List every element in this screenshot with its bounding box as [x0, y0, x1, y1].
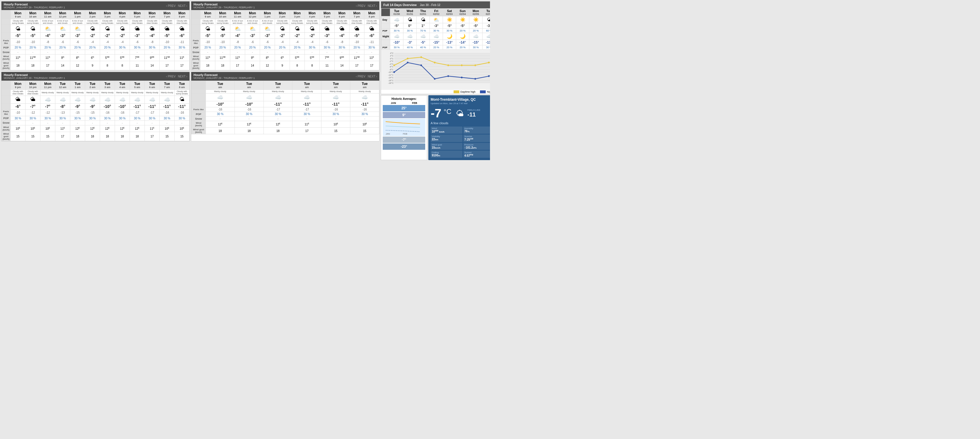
day-name: Tue	[101, 82, 114, 86]
col-day-2: Mon11 am	[230, 10, 245, 19]
wind-cell-2: 10E	[40, 125, 55, 132]
feels-cell-9: -8	[335, 39, 350, 45]
icon-cell-9: ☁️	[145, 96, 160, 103]
next-button-br[interactable]: NEXT ›	[368, 75, 377, 78]
ov-day-temp-0: -5°	[390, 23, 403, 29]
icon-cell-11: 🌥	[175, 25, 189, 33]
condition-cell-10: Cloudy with clear breaks	[160, 19, 175, 25]
condition-cell-9: Cloudy with clear breaks	[335, 19, 350, 25]
snow-cell-10: -	[160, 50, 175, 54]
prev-button-bl[interactable]: ‹ PREV	[166, 75, 175, 78]
prev-button-tr[interactable]: ‹ PREV	[356, 4, 365, 8]
bottom-right-area: Historic Averages: JAN FEB 25° 9° JAN FE…	[381, 95, 490, 160]
ov-night-icon-3: ☁️	[430, 33, 443, 40]
feels-cell-3: -6	[55, 39, 70, 45]
gust-cell-0: 15	[11, 132, 25, 141]
hour-label: am	[351, 86, 379, 89]
hour-label: 3 pm	[290, 15, 304, 18]
day-name: Mon	[275, 11, 289, 15]
feels-cell-8: -17	[130, 109, 145, 116]
temp-cell-1: -5°	[25, 33, 40, 39]
prev-button-br[interactable]: ‹ PREV	[356, 75, 365, 78]
condition-cell-8: Mainly cloudy	[130, 90, 145, 96]
cw-temp-row: -7 °C 🌤 FEELS LIKE -11	[431, 107, 490, 120]
gust-cell-7: 18	[115, 132, 130, 141]
ov-day-pop-3: 30 %	[430, 29, 443, 33]
ov-day-pop-2: 70 %	[417, 29, 430, 33]
svg-point-25	[393, 65, 395, 66]
day-name: Mon	[26, 11, 40, 15]
svg-text:FEB: FEB	[403, 132, 407, 135]
gust-cell-2: 18	[264, 128, 293, 134]
snow-cell-2: -	[40, 121, 55, 125]
day-name: Mon	[160, 11, 174, 15]
icon-cell-0: 🌤	[200, 25, 215, 33]
gust-cell-0: 18	[206, 128, 235, 134]
pop-cell-5: 20 %	[85, 45, 100, 50]
condition-cell-3: A mix of sun and clouds	[245, 19, 260, 25]
hour-label: 9 am	[11, 15, 25, 18]
wind-cell-8: 7NE	[320, 54, 335, 61]
col-day-5: Mon2 pm	[85, 10, 100, 19]
pop-cell-3: 20 %	[55, 45, 70, 50]
snow-cell-0: -	[206, 117, 235, 121]
ov-night-icon-7: ☁️	[482, 33, 490, 40]
cw-details: Wind 10NW km/h Humidity 76% Visibility	[431, 126, 490, 158]
ov-night-temp-4: -13°	[443, 40, 456, 45]
svg-point-26	[407, 57, 409, 59]
day-name: Tue	[56, 82, 69, 86]
hour-label: am	[207, 86, 234, 89]
condition-cell-4: A mix of sun and clouds	[260, 19, 275, 25]
gust-cell-5: 9	[85, 61, 100, 70]
historic-chart: JAN FEB	[383, 119, 425, 136]
chart-legend: Daytime high Nighttime low	[381, 90, 490, 94]
gust-cell-3: 17	[293, 128, 321, 134]
next-button[interactable]: NEXT ›	[178, 4, 187, 8]
snow-cell-4: -	[260, 50, 275, 54]
cw-location: Mont-Tremblant-Village, QC	[431, 97, 490, 102]
temp-cell-3: -11°	[293, 101, 321, 107]
gust-cell-0: 18	[200, 61, 215, 70]
ov-night-temp-2: -5°	[417, 40, 430, 45]
next-button-bl[interactable]: NEXT ›	[178, 75, 187, 78]
wind-cell-8: 7NE	[130, 54, 145, 61]
wind-cell-0: 11N	[11, 54, 25, 61]
wind-cell-8: 12E	[130, 125, 145, 132]
condition-cell-0: Cloudy with sunny breaks	[11, 19, 25, 25]
icon-cell-10: ☁️	[160, 96, 175, 103]
day-name: Mon	[246, 11, 259, 15]
feels-cell-1: -10	[25, 39, 40, 45]
icon-cell-9: 🌥	[335, 25, 350, 33]
col-day-7: Mon4 pm	[115, 10, 130, 19]
next-button-tr[interactable]: NEXT ›	[368, 4, 377, 8]
wind-cell-3: 9N	[245, 54, 260, 61]
snow-cell-1: -	[25, 121, 40, 125]
feels-cell-4: -16	[321, 107, 350, 112]
pop-cell-7: 30 %	[115, 116, 130, 121]
pop-cell-8: 30 %	[130, 45, 145, 50]
prev-button[interactable]: ‹ PREV	[166, 4, 175, 8]
feels-cell-3: -13	[55, 109, 70, 116]
day-name: Tue	[175, 82, 189, 86]
temp-cell-2: -4°	[40, 33, 55, 39]
gust-cell-4: 18	[70, 132, 85, 141]
condition-cell-3: Mainly cloudy	[293, 90, 321, 94]
condition-cell-1: Cloudy with sunny breaks	[215, 19, 230, 25]
feels-cell-3: -17	[293, 107, 321, 112]
col-day-0: Mon9 am	[11, 10, 25, 19]
col-day-8: Mon5 pm	[320, 10, 335, 19]
wind-cell-1: 12E	[234, 121, 264, 128]
col-day-0: Mon9 pm	[11, 81, 25, 90]
temp-cell-1: -10°	[234, 101, 264, 107]
ov-night-pop-6: 30 %	[469, 45, 482, 49]
temp-cell-10: -5°	[160, 33, 175, 39]
snow-cell-6: -	[100, 121, 115, 125]
snow-cell-0: -	[11, 50, 25, 54]
ov-day-pop-5: 20 %	[456, 29, 469, 33]
pop-cell-4: 20 %	[260, 45, 275, 50]
gust-cell-1: 15	[25, 132, 40, 141]
bottom-hourly-right-title: Hourly Forecast	[194, 73, 255, 77]
ov-day-temp-6: -5°	[469, 23, 482, 29]
pop-cell-8: 30 %	[320, 45, 335, 50]
temp-cell-9: -11°	[145, 103, 160, 109]
